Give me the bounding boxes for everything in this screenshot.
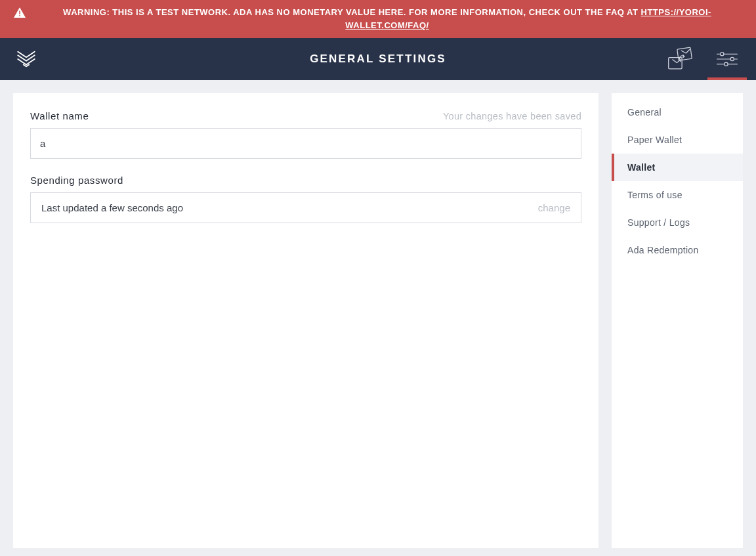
sidebar-item-ada-redemption[interactable]: Ada Redemption — [612, 236, 743, 264]
svg-point-7 — [730, 58, 734, 61]
top-header: GENERAL SETTINGS — [0, 38, 756, 80]
sidebar-item-paper-wallet[interactable]: Paper Wallet — [612, 126, 743, 154]
sidebar-item-label: General — [627, 107, 662, 118]
sidebar-item-label: Ada Redemption — [627, 245, 699, 255]
sidebar-item-support-logs[interactable]: Support / Logs — [612, 209, 743, 236]
settings-body: Wallet name Your changes have been saved… — [0, 80, 756, 556]
warning-triangle-icon — [14, 7, 26, 18]
svg-point-5 — [721, 53, 724, 56]
settings-sidebar: General Paper Wallet Wallet Terms of use… — [612, 93, 743, 548]
change-password-link[interactable]: change — [538, 202, 570, 213]
sidebar-item-label: Support / Logs — [627, 217, 690, 228]
page-title: GENERAL SETTINGS — [310, 53, 446, 66]
sidebar-item-label: Terms of use — [627, 190, 682, 200]
spending-password-label: Spending password — [30, 175, 123, 186]
spending-password-box: Last updated a few seconds ago change — [30, 192, 581, 223]
settings-nav: General Paper Wallet Wallet Terms of use… — [612, 93, 743, 264]
sidebar-item-label: Paper Wallet — [627, 135, 682, 145]
yoroi-logo-icon[interactable] — [14, 47, 38, 71]
settings-sliders-icon[interactable] — [713, 46, 742, 72]
wallets-icon[interactable] — [665, 46, 694, 72]
svg-rect-1 — [19, 15, 20, 16]
wallet-name-input[interactable] — [30, 128, 581, 159]
sidebar-item-general[interactable]: General — [612, 98, 743, 126]
changes-saved-message: Your changes have been saved — [443, 111, 581, 121]
active-tab-indicator — [707, 77, 747, 80]
wallet-name-group: Wallet name Your changes have been saved — [30, 110, 581, 159]
spending-password-group: Spending password Last updated a few sec… — [30, 175, 581, 223]
wallet-name-label: Wallet name — [30, 110, 89, 121]
header-icons — [665, 46, 742, 72]
settings-main-panel: Wallet name Your changes have been saved… — [13, 93, 598, 548]
warning-text: WARNING: THIS IS A TEST NETWORK. ADA HAS… — [32, 6, 742, 32]
sidebar-item-terms-of-use[interactable]: Terms of use — [612, 181, 743, 209]
warning-text-prefix: WARNING: THIS IS A TEST NETWORK. ADA HAS… — [63, 7, 640, 17]
test-network-warning-banner: WARNING: THIS IS A TEST NETWORK. ADA HAS… — [0, 0, 756, 38]
spending-password-status: Last updated a few seconds ago — [41, 202, 183, 213]
sidebar-item-label: Wallet — [627, 162, 656, 173]
svg-rect-0 — [19, 11, 20, 14]
sidebar-item-wallet[interactable]: Wallet — [612, 154, 743, 181]
svg-point-9 — [724, 62, 728, 66]
